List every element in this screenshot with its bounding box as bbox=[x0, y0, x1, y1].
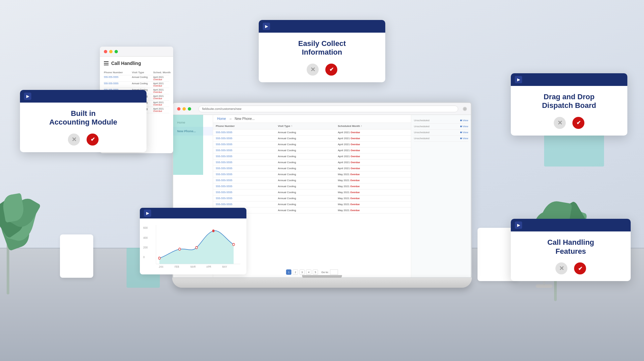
cell-phone: 555-555-5555 bbox=[213, 142, 275, 148]
overdue-badge: Overdue bbox=[351, 161, 360, 164]
mini-table-row: 555-555-5555 Annual Cooling April 2021 O… bbox=[104, 75, 169, 82]
cell-phone: 555-555-5555 bbox=[213, 172, 275, 178]
easily-collect-body: Easily Collect Information ✕ ✔ bbox=[259, 33, 385, 82]
table-row: 555-555-5555 Annual Cooling April 2021 O… bbox=[213, 154, 411, 160]
cell-phone: 555-555-5555 bbox=[213, 195, 275, 201]
line-chart: 600 400 200 0 JAN FEB MAR APR MAY bbox=[143, 221, 244, 272]
page-btn-3[interactable]: 3 bbox=[299, 269, 305, 275]
svg-text:JAN: JAN bbox=[159, 265, 163, 269]
unscheduled-row: Unscheduled View bbox=[414, 124, 468, 130]
view-label: View bbox=[463, 137, 468, 140]
cell-visit-type: Annual Cooling bbox=[275, 172, 335, 178]
overdue-badge: Overdue bbox=[350, 185, 360, 187]
view-link[interactable]: View bbox=[460, 125, 468, 128]
dispatch-check-icon[interactable]: ✔ bbox=[572, 117, 584, 129]
view-label: View bbox=[463, 131, 468, 134]
accounting-title: Built in Accounting Module bbox=[49, 109, 117, 127]
call-handling-title: Call Handling bbox=[104, 61, 169, 66]
cell-visit-type: Annual Cooling bbox=[275, 183, 335, 189]
breadcrumb-home[interactable]: Home bbox=[217, 117, 226, 121]
overdue-badge: Overdue bbox=[350, 209, 360, 211]
cell-month: May 2021 Overdue bbox=[335, 189, 411, 195]
overdue-badge: Overdue bbox=[351, 149, 360, 152]
accounting-header: ▶ bbox=[20, 90, 147, 103]
mini-overdue: Overdue bbox=[153, 97, 162, 100]
dispatch-header: ▶ bbox=[511, 73, 627, 86]
goto-input[interactable] bbox=[330, 269, 338, 275]
cell-phone: 555-555-5555 bbox=[213, 201, 275, 207]
cell-visit-type: Annual Cooling bbox=[275, 130, 335, 136]
dispatch-icons: ✕ ✔ bbox=[554, 117, 584, 129]
unscheduled-row: Unscheduled View bbox=[414, 130, 468, 136]
mini-cell-month: April 2021 Overdue bbox=[153, 101, 173, 106]
table-row: 555-555-5555 Annual Cooling May 2021 Ove… bbox=[213, 183, 411, 189]
col-visit-type[interactable]: Visit Type ↑ bbox=[275, 123, 335, 130]
cell-visit-type: Annual Cooling bbox=[275, 207, 335, 213]
page-btn-2[interactable]: 2 bbox=[293, 269, 298, 275]
svg-text:APR: APR bbox=[206, 265, 211, 269]
browser-url-bar[interactable]: fieldsuite.com/customers/new bbox=[198, 106, 458, 112]
cell-visit-type: Annual Cooling bbox=[275, 166, 335, 172]
cell-visit-type: Annual Cooling bbox=[275, 201, 335, 207]
cell-phone: 555-555-5555 bbox=[213, 189, 275, 195]
laptop-base bbox=[172, 278, 472, 288]
cell-phone: 555-555-5555 bbox=[213, 183, 275, 189]
cell-visit-type: Annual Cooling bbox=[275, 178, 335, 183]
cancel-icon[interactable]: ✕ bbox=[307, 64, 319, 76]
mini-cell-month: April 2021 Overdue bbox=[153, 76, 173, 81]
accounting-check-icon[interactable]: ✔ bbox=[87, 134, 99, 146]
card-accounting: ▶ Built in Accounting Module ✕ ✔ bbox=[20, 90, 147, 152]
mini-cell-month: April 2021 Overdue bbox=[153, 89, 173, 93]
mini-cell-phone: 555-555-5555 bbox=[104, 76, 131, 81]
call-features-header: ▶ bbox=[511, 219, 631, 231]
card-dot-green bbox=[115, 50, 118, 53]
hamburger-line-3 bbox=[104, 65, 109, 65]
svg-text:600: 600 bbox=[143, 226, 148, 230]
browser-dot-yellow bbox=[182, 107, 186, 111]
chart-area: 600 400 200 0 JAN FEB MAR APR MAY bbox=[140, 218, 246, 274]
view-link[interactable]: View bbox=[460, 119, 468, 122]
plant-left bbox=[0, 161, 67, 294]
cell-phone: 555-555-5555 bbox=[213, 148, 275, 154]
goto-label: Go to: bbox=[321, 271, 329, 274]
teal-accent-left bbox=[173, 115, 203, 175]
accounting-cancel-icon[interactable]: ✕ bbox=[68, 134, 80, 146]
breadcrumb-arrow: → bbox=[229, 117, 232, 121]
pagination: 1 2 3 4 5 Go to: bbox=[286, 269, 338, 275]
easily-collect-header: ▶ bbox=[259, 20, 385, 33]
svg-point-15 bbox=[159, 257, 161, 259]
cell-month: May 2021 Overdue bbox=[335, 178, 411, 183]
table-row: 555-555-5555 Annual Cooling April 2021 O… bbox=[213, 166, 411, 172]
view-link[interactable]: View bbox=[460, 131, 468, 134]
view-link[interactable]: View bbox=[460, 137, 468, 140]
cell-phone: 555-555-5555 bbox=[213, 136, 275, 142]
table-row: 555-555-5555 Annual Cooling May 2021 Ove… bbox=[213, 178, 411, 183]
easily-collect-title: Easily Collect Information bbox=[298, 39, 346, 57]
svg-point-12 bbox=[195, 246, 197, 249]
call-features-icons: ✕ ✔ bbox=[555, 262, 586, 274]
unscheduled-label: Unscheduled bbox=[414, 137, 430, 140]
col-phone[interactable]: Phone Number bbox=[213, 123, 275, 130]
table-row: 555-555-5555 Annual Cooling May 2021 Ove… bbox=[213, 195, 411, 201]
mini-cell-month: April 2021 Overdue bbox=[153, 95, 173, 100]
overdue-badge: Overdue bbox=[351, 137, 360, 140]
cell-visit-type: Annual Cooling bbox=[275, 195, 335, 201]
call-features-cancel-icon[interactable]: ✕ bbox=[555, 262, 567, 274]
mini-col-visit: Visit Type bbox=[132, 71, 152, 74]
dispatch-cancel-icon[interactable]: ✕ bbox=[554, 117, 566, 129]
overdue-badge: Overdue bbox=[350, 191, 360, 193]
cell-phone: 555-555-5555 bbox=[213, 166, 275, 172]
page-btn-4[interactable]: 4 bbox=[306, 269, 311, 275]
cell-month: May 2021 Overdue bbox=[335, 195, 411, 201]
mini-cell-month: April 2021 Overdue bbox=[153, 82, 173, 87]
card-call-features: ▶ Call Handling Features ✕ ✔ bbox=[511, 219, 631, 281]
dispatch-body: Drag and Drop Dispatch Board ✕ ✔ bbox=[511, 86, 627, 136]
cell-month: May 2021 Overdue bbox=[335, 207, 411, 213]
call-features-check-icon[interactable]: ✔ bbox=[574, 262, 586, 274]
page-btn-1[interactable]: 1 bbox=[286, 269, 291, 275]
check-icon[interactable]: ✔ bbox=[325, 64, 337, 76]
col-scheduled-month[interactable]: Scheduled Month ↑ bbox=[335, 123, 411, 130]
unscheduled-label: Unscheduled bbox=[414, 131, 430, 134]
mini-cell-phone: 555-555-5555 bbox=[104, 82, 131, 87]
page-btn-5[interactable]: 5 bbox=[313, 269, 318, 275]
